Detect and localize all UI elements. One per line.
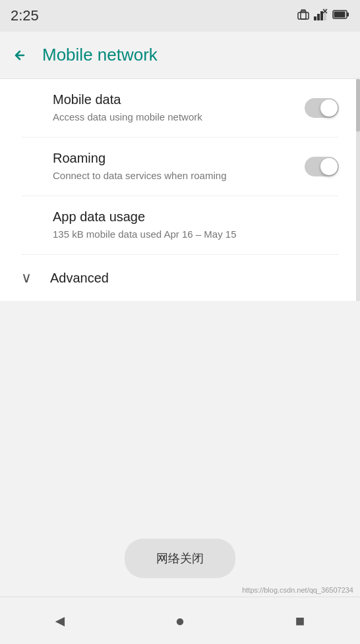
svg-rect-9	[347, 13, 349, 16]
roaming-subtitle: Connect to data services when roaming	[53, 169, 264, 182]
nav-back-button[interactable]: ◄	[40, 601, 80, 641]
status-bar: 2:25	[0, 0, 360, 32]
app-data-usage-title: App data usage	[53, 209, 339, 225]
nav-recent-button[interactable]: ■	[280, 601, 320, 641]
mobile-data-subtitle: Access data using mobile network	[53, 110, 264, 124]
svg-rect-3	[317, 14, 320, 20]
svg-rect-2	[314, 16, 316, 20]
app-data-usage-subtitle: 135 kB mobile data used Apr 16 – May 15	[53, 227, 264, 241]
toast-button[interactable]: 网络关闭	[125, 539, 235, 578]
mobile-data-setting[interactable]: Mobile data Access data using mobile net…	[0, 79, 360, 137]
content-area: Mobile data Access data using mobile net…	[0, 79, 360, 301]
advanced-label: Advanced	[50, 271, 109, 286]
status-time: 2:25	[11, 7, 39, 24]
roaming-toggle[interactable]	[305, 157, 339, 176]
mobile-data-toggle[interactable]	[305, 98, 339, 118]
app-data-usage-setting[interactable]: App data usage 135 kB mobile data used A…	[0, 196, 360, 254]
scroll-track[interactable]	[356, 79, 360, 301]
svg-rect-4	[320, 11, 323, 20]
nav-home-button[interactable]: ●	[160, 601, 200, 641]
nav-home-icon: ●	[175, 612, 185, 630]
chevron-down-icon: ∨	[21, 269, 32, 286]
briefcase-icon	[297, 9, 310, 24]
mobile-data-title: Mobile data	[53, 92, 305, 107]
page-title: Mobile network	[42, 45, 158, 65]
svg-rect-10	[334, 11, 345, 17]
scroll-thumb[interactable]	[356, 79, 360, 132]
nav-recent-icon: ■	[295, 612, 305, 630]
roaming-setting[interactable]: Roaming Connect to data services when ro…	[0, 138, 360, 196]
mobile-data-toggle-thumb	[320, 99, 338, 117]
svg-rect-1	[298, 13, 309, 19]
toast-area: 网络关闭	[0, 539, 360, 578]
mobile-data-text: Mobile data Access data using mobile net…	[53, 92, 305, 124]
nav-back-icon: ◄	[52, 612, 68, 630]
app-bar: Mobile network	[0, 32, 360, 79]
status-icons	[297, 9, 349, 24]
back-button[interactable]	[11, 46, 29, 65]
roaming-toggle-thumb	[320, 158, 338, 175]
signal-icon	[314, 9, 328, 24]
watermark: https://blog.csdn.net/qq_36507234	[242, 586, 353, 594]
nav-bar: ◄ ● ■	[0, 597, 360, 644]
roaming-title: Roaming	[53, 151, 305, 166]
advanced-item[interactable]: ∨ Advanced	[0, 255, 360, 301]
app-data-usage-text: App data usage 135 kB mobile data used A…	[53, 209, 339, 241]
roaming-text: Roaming Connect to data services when ro…	[53, 151, 305, 182]
battery-icon	[332, 9, 349, 23]
